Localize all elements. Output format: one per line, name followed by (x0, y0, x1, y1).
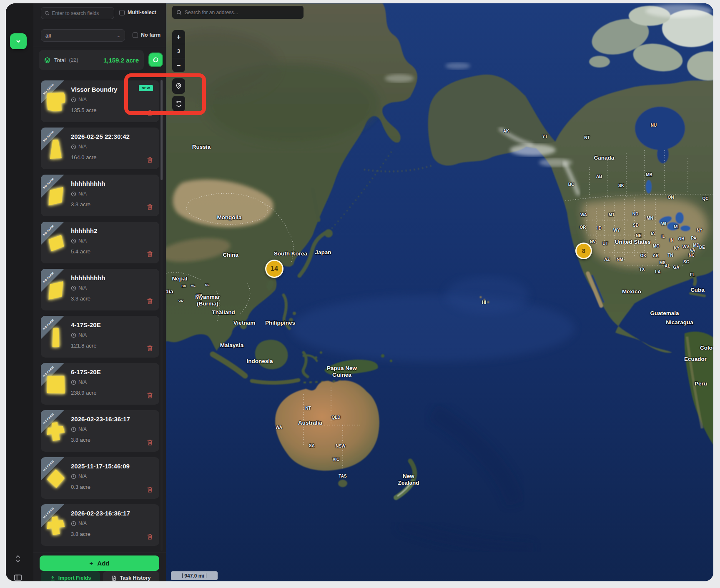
field-name: Vissor Boundry (71, 86, 117, 93)
fields-search-box[interactable] (41, 7, 114, 19)
delete-field-button[interactable] (146, 250, 153, 258)
upload-icon (50, 575, 55, 581)
field-time-value: N/A (78, 238, 87, 244)
trash-icon (146, 250, 153, 258)
field-time-value: N/A (78, 191, 87, 197)
field-boundary-thumbnail (46, 375, 65, 394)
field-cluster-marker[interactable]: 14 (265, 260, 283, 278)
field-card[interactable]: NO FARM 2026-02-25 22:30:42 N/A 164.0 ac… (41, 128, 159, 169)
address-search-bar[interactable] (172, 6, 304, 19)
add-field-button[interactable]: + Add (40, 555, 159, 571)
field-boundary-thumbnail (46, 93, 65, 112)
zoom-level-indicator: 3 (172, 44, 185, 58)
field-boundary-thumbnail (46, 516, 65, 535)
field-area: 3.3 acre (71, 201, 90, 208)
field-card[interactable]: NO FARM 6-17S-20E N/A 238.9 acre (41, 363, 159, 405)
layout-panel-button[interactable] (13, 573, 23, 581)
delete-field-button[interactable] (146, 533, 153, 540)
layout-panel-icon (13, 573, 23, 581)
address-search-input[interactable] (185, 10, 299, 15)
no-farm-checkbox[interactable] (133, 33, 138, 38)
chevron-down-icon (15, 38, 22, 45)
field-card[interactable]: NO FARM hhhhhh2 N/A 5.4 acre (41, 222, 159, 263)
refresh-icon (176, 100, 182, 107)
delete-field-button[interactable] (146, 109, 153, 116)
fields-search-input[interactable] (52, 10, 110, 16)
field-boundary-thumbnail (46, 234, 65, 253)
farm-filter-value: all (45, 33, 51, 39)
field-time-value: N/A (78, 426, 87, 432)
trash-icon (146, 345, 153, 352)
field-boundary-thumbnail (46, 187, 65, 206)
scale-tick-left (182, 573, 183, 578)
total-area: 1,159.2 acre (103, 57, 139, 64)
zoom-in-button[interactable]: + (172, 30, 185, 44)
unfold-toggle-button[interactable] (13, 554, 23, 563)
no-farm-option[interactable]: No farm (133, 32, 161, 38)
field-card[interactable]: NO FARM 2026-02-23-16:36:17 N/A 3.8 acre (41, 410, 159, 452)
field-area: 0.3 acre (71, 484, 90, 490)
field-boundary-thumbnail (46, 140, 65, 159)
scrollbar-thumb[interactable] (161, 80, 163, 180)
refresh-fields-button[interactable] (148, 53, 163, 67)
zoom-out-button[interactable]: − (172, 58, 185, 72)
delete-field-button[interactable] (146, 486, 153, 493)
field-area: 135.5 acre (71, 107, 96, 113)
field-card[interactable]: NO FARM 2026-02-23-16:36:17 N/A 3.8 acre (41, 504, 159, 546)
multi-select-checkbox[interactable] (119, 10, 125, 15)
delete-field-button[interactable] (146, 298, 153, 305)
field-name: 2026-02-23-16:36:17 (71, 415, 130, 423)
field-card[interactable]: NO FARM 4-17S-20E N/A 121.8 acre (41, 316, 159, 358)
trash-icon (146, 486, 153, 493)
clock-icon (71, 427, 76, 432)
locate-button[interactable] (172, 78, 185, 94)
map-canvas[interactable]: RussiaMongoliaChinaSouth KoreaJapanNepal… (166, 3, 713, 581)
field-card[interactable]: NO FARM 2025-11-17-15:46:09 N/A 0.3 acre (41, 457, 159, 499)
new-badge: NEW (139, 85, 153, 91)
delete-field-button[interactable] (146, 392, 153, 399)
delete-field-button[interactable] (146, 203, 153, 210)
delete-field-button[interactable] (146, 439, 153, 446)
delete-field-button[interactable] (146, 345, 153, 352)
trash-icon (146, 533, 153, 540)
clock-icon (71, 474, 76, 479)
clock-icon (71, 238, 76, 244)
field-time-value: N/A (78, 473, 87, 479)
field-name: 4-17S-20E (71, 321, 101, 328)
trash-icon (146, 109, 153, 116)
clock-icon (71, 285, 76, 291)
scale-label: 947.0 mi (184, 573, 204, 579)
field-time-row: N/A (71, 520, 87, 526)
map-refresh-button[interactable] (172, 96, 185, 111)
import-fields-button[interactable]: Import Fields (41, 571, 100, 581)
field-area: 238.9 acre (71, 390, 96, 396)
field-time-row: N/A (71, 426, 87, 432)
map-pin-icon (175, 83, 182, 90)
field-time-row: N/A (71, 97, 87, 103)
field-time-row: N/A (71, 332, 87, 338)
zoom-control: + 3 − (172, 30, 185, 72)
multi-select-option[interactable]: Multi-select (119, 10, 156, 15)
field-cluster-marker[interactable]: 8 (575, 243, 592, 259)
field-name: 6-17S-20E (71, 368, 101, 375)
trash-icon (146, 439, 153, 446)
farm-filter-select[interactable]: all ⌄ (41, 29, 125, 42)
field-name: hhhhhhhhh (71, 180, 105, 187)
field-card[interactable]: NO FARM hhhhhhhhh N/A 3.3 acre (41, 175, 159, 216)
field-area: 3.8 acre (71, 437, 90, 443)
trash-icon (146, 298, 153, 305)
sidebar-collapse-button[interactable] (10, 33, 27, 49)
field-name: hhhhhh2 (71, 227, 97, 234)
total-count: (22) (69, 57, 78, 63)
delete-field-button[interactable] (146, 156, 153, 163)
task-history-button[interactable]: Task History (103, 571, 159, 581)
divider (33, 553, 166, 553)
divider (33, 47, 166, 47)
list-scrollbar[interactable] (161, 78, 163, 551)
field-time-value: N/A (78, 332, 87, 338)
chevron-down-icon: ⌄ (117, 33, 120, 38)
field-boundary-thumbnail (46, 422, 65, 441)
field-card[interactable]: NO FARM Vissor Boundry N/A 135.5 acre NE… (41, 80, 159, 122)
field-card[interactable]: NO FARM hhhhhhhhh N/A 3.3 acre (41, 269, 159, 310)
add-label: Add (97, 560, 109, 567)
